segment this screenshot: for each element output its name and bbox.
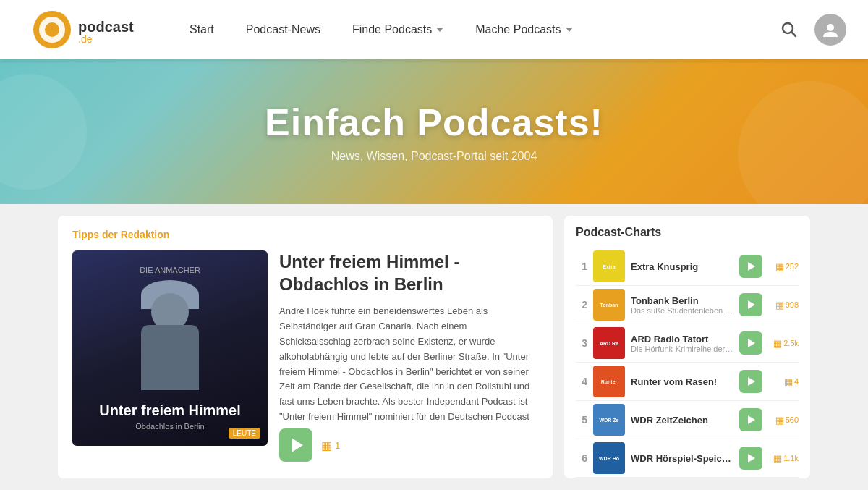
- user-avatar[interactable]: [814, 14, 846, 46]
- rss-count: 560: [786, 415, 799, 424]
- rss-count: 998: [786, 300, 799, 309]
- podcast-cover: DIE ANMACHER Unter freiem Himmel Obdachl…: [72, 250, 268, 446]
- chart-item: 5 WDR Ze WDR ZeitZeichen ▦ 560: [576, 401, 799, 439]
- rss-info: ▦ 1: [321, 439, 340, 452]
- svg-text:podcast: podcast: [78, 19, 134, 35]
- chart-info: WDR Hörspiel-Speicher: [631, 453, 733, 464]
- rss-icon: ▦: [773, 338, 782, 349]
- rss-count: 2.5k: [783, 339, 799, 347]
- chart-rank: 4: [576, 376, 587, 387]
- chart-podcast-name: WDR Hörspiel-Speicher: [631, 453, 733, 464]
- podcast-info: Unter freiem Himmel - Obdachlos in Berli…: [279, 250, 538, 465]
- right-panel: Podcast-Charts 1 Extra Extra Knusprig ▦ …: [564, 216, 810, 478]
- play-button[interactable]: [279, 428, 312, 462]
- rss-icon: ▦: [321, 439, 332, 452]
- podcast-content: DIE ANMACHER Unter freiem Himmel Obdachl…: [72, 250, 538, 465]
- rss-count: 1: [335, 440, 340, 451]
- chart-rank: 5: [576, 414, 587, 426]
- chart-info: WDR ZeitZeichen: [631, 415, 733, 426]
- chart-play-icon: [748, 262, 755, 271]
- chart-rank: 6: [576, 452, 587, 464]
- svg-line-6: [792, 33, 796, 37]
- chart-thumbnail: Tonban: [593, 289, 625, 321]
- chart-play-button[interactable]: [739, 255, 762, 278]
- chart-item: 1 Extra Extra Knusprig ▦ 252: [576, 248, 799, 286]
- rss-count: 252: [786, 262, 799, 271]
- chart-play-icon: [748, 339, 755, 347]
- chart-info: Extra Knusprig: [631, 261, 733, 272]
- rss-icon: ▦: [773, 453, 782, 464]
- chart-play-button[interactable]: [739, 293, 762, 316]
- chart-list: 1 Extra Extra Knusprig ▦ 252 2 Tonba: [576, 248, 799, 478]
- finde-podcasts-chevron-icon: [436, 28, 443, 32]
- chart-rss: ▦ 4: [768, 376, 799, 387]
- podcast-actions: ▦ 1: [279, 428, 538, 462]
- chart-rank: 3: [576, 337, 587, 349]
- chart-play-button[interactable]: [739, 447, 762, 470]
- chart-rss: ▦ 998: [768, 300, 799, 311]
- svg-text:.de: .de: [78, 33, 93, 45]
- chart-item: 6 WDR Hö WDR Hörspiel-Speicher ▦ 1.1k: [576, 439, 799, 478]
- podcast-title: Unter freiem Himmel - Obdachlos in Berli…: [279, 250, 538, 295]
- chart-rank: 2: [576, 299, 587, 311]
- nav-start[interactable]: Start: [174, 0, 230, 59]
- rss-count: 1.1k: [783, 454, 799, 462]
- cover-top-text: DIE ANMACHER: [140, 266, 200, 274]
- rss-count: 4: [794, 377, 799, 386]
- cover-main-text: Unter freiem Himmel: [99, 402, 241, 419]
- chart-item: 3 ARD Ra ARD Radio Tatort Die Hörfunk-Kr…: [576, 324, 799, 363]
- rss-icon: ▦: [775, 300, 784, 311]
- cover-inner: DIE ANMACHER Unter freiem Himmel Obdachl…: [72, 250, 268, 446]
- rss-icon: ▦: [784, 376, 793, 387]
- chart-rss: ▦ 2.5k: [768, 338, 799, 349]
- chart-thumbnail: Runter: [593, 366, 625, 397]
- play-icon: [292, 438, 303, 452]
- podcast-description: André Hoek führte ein beneidenswertes Le…: [279, 304, 538, 420]
- chart-podcast-name: Runter vom Rasen!: [631, 376, 733, 387]
- cover-sub-text: Obdachlos in Berlin: [135, 422, 204, 431]
- search-button[interactable]: [775, 16, 803, 43]
- mache-podcasts-chevron-icon: [566, 28, 573, 32]
- chart-play-icon: [748, 454, 755, 462]
- chart-play-button[interactable]: [739, 370, 762, 393]
- chart-info: Tonbank Berlin Das süße Studentenleben l…: [631, 295, 733, 315]
- chart-podcast-name: ARD Radio Tatort: [631, 334, 733, 345]
- chart-item: 4 Runter Runter vom Rasen! ▦ 4: [576, 363, 799, 401]
- chart-info: ARD Radio Tatort Die Hörfunk-Krimireihe …: [631, 334, 733, 353]
- left-panel: Tipps der Redaktion DIE ANMACHER Unter f…: [58, 216, 553, 478]
- chart-thumbnail: WDR Hö: [593, 442, 625, 474]
- header: podcast .de Start Podcast-News Finde Pod…: [0, 0, 868, 59]
- nav-finde-podcasts[interactable]: Finde Podcasts: [336, 0, 459, 59]
- main-nav: Start Podcast-News Finde Podcasts Mache …: [174, 0, 775, 59]
- chart-thumbnail: Extra: [593, 250, 625, 282]
- chart-rss: ▦ 560: [768, 415, 799, 426]
- chart-podcast-name: WDR ZeitZeichen: [631, 415, 733, 426]
- hero-title: Einfach Podcasts!: [265, 101, 603, 144]
- rss-icon: ▦: [775, 415, 784, 426]
- nav-podcast-news[interactable]: Podcast-News: [230, 0, 336, 59]
- chart-item: 2 Tonban Tonbank Berlin Das süße Student…: [576, 286, 799, 324]
- logo[interactable]: podcast .de: [22, 7, 145, 54]
- chart-thumbnail: ARD Ra: [593, 327, 625, 359]
- chart-rank: 1: [576, 261, 587, 272]
- chart-play-icon: [748, 377, 755, 386]
- rss-icon: ▦: [775, 261, 784, 272]
- chart-podcast-name: Tonbank Berlin: [631, 295, 733, 306]
- chart-podcast-sub: Das süße Studentenleben lo...: [631, 306, 733, 315]
- chart-podcast-sub: Die Hörfunk-Krimireihe der ...: [631, 345, 733, 353]
- chart-title: Podcast-Charts: [576, 226, 799, 239]
- chart-play-icon: [748, 415, 755, 424]
- main-content: Tipps der Redaktion DIE ANMACHER Unter f…: [0, 204, 868, 490]
- chart-item: 7 Fest & Fest & Flauschig ▦ 41: [576, 478, 799, 478]
- svg-point-2: [45, 22, 59, 37]
- chart-play-button[interactable]: [739, 408, 762, 431]
- chart-info: Runter vom Rasen!: [631, 376, 733, 387]
- cover-badge: LEUTE: [229, 428, 260, 439]
- nav-mache-podcasts[interactable]: Mache Podcasts: [459, 0, 588, 59]
- hero-subtitle: News, Wissen, Podcast-Portal seit 2004: [331, 150, 537, 163]
- hero-section: Einfach Podcasts! News, Wissen, Podcast-…: [0, 59, 868, 204]
- chart-play-button[interactable]: [739, 331, 762, 355]
- chart-thumbnail: WDR Ze: [593, 404, 625, 436]
- svg-point-7: [827, 24, 834, 31]
- chart-rss: ▦ 1.1k: [768, 453, 799, 464]
